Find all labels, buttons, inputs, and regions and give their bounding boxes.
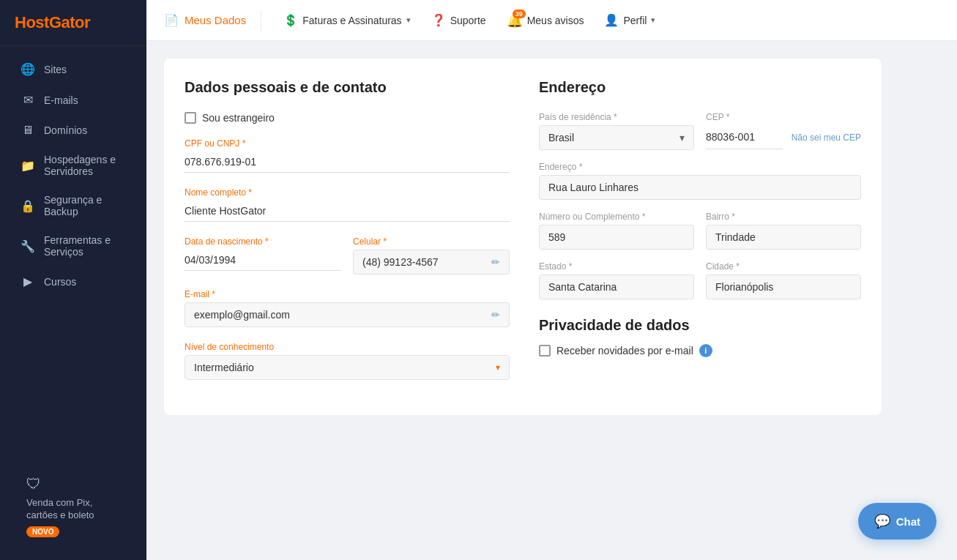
page-title-section: 📄 Meus Dados (164, 13, 246, 27)
sidebar-nav: 🌐 Sites ✉ E-mails 🖥 Domínios 📁 Hospedage… (0, 46, 146, 456)
country-label: País de residência * (539, 112, 694, 122)
address-fields: País de residência * Brasil ▾ CEP * 8803… (539, 112, 861, 299)
birth-phone-row: Data de nascimento * 04/03/1994 Celular … (185, 236, 510, 275)
chat-button[interactable]: 💬 Chat (858, 503, 936, 540)
brand-logo: HostGator (0, 0, 146, 46)
perfil-chevron: ▾ (651, 15, 655, 25)
sidebar-item-label: Hospedagens e Servidores (44, 154, 126, 177)
cidade-field: Cidade * Florianópolis (706, 261, 861, 299)
endereco-field: Endereço * Rua Lauro Linhares (539, 162, 861, 200)
country-field: País de residência * Brasil ▾ (539, 112, 694, 150)
personal-data-section: Dados pessoais e de contato Sou estrange… (185, 79, 510, 395)
perfil-icon: 👤 (604, 13, 619, 27)
sidebar-item-dominios[interactable]: 🖥 Domínios (6, 116, 141, 145)
nav-item-suporte[interactable]: ❓ Suporte (424, 9, 494, 31)
sidebar-item-sites[interactable]: 🌐 Sites (6, 54, 141, 84)
sidebar-item-pix[interactable]: 🛡 Venda com Pix, cartões e boleto NOVO (18, 468, 129, 545)
nivel-field: Nível de conhecimento Intermediário ▾ (185, 342, 510, 380)
server-icon: 📁 (21, 159, 35, 173)
notification-badge: 39 (513, 10, 526, 18)
nav-item-avisos[interactable]: 🔔 39 Meus avisos (499, 8, 592, 33)
newsletter-row: Receber novidades por e-mail i (539, 344, 861, 357)
pix-icon: 🛡 (26, 476, 41, 493)
chat-label: Chat (896, 515, 920, 528)
cep-link[interactable]: Não sei meu CEP (792, 132, 861, 143)
sidebar-item-label: Sites (44, 64, 67, 75)
numero-label: Número ou Complemento * (539, 212, 694, 222)
sidebar-item-hospedagens[interactable]: 📁 Hospedagens e Servidores (6, 146, 141, 185)
lock-icon: 🔒 (21, 199, 35, 213)
email-icon: ✉ (21, 93, 35, 107)
cep-label: CEP * (706, 112, 861, 122)
celular-edit-icon[interactable]: ✏ (491, 256, 500, 268)
play-icon: ▶ (21, 275, 35, 288)
cpf-value: 078.676.919-01 (185, 152, 510, 173)
bairro-label: Bairro * (706, 212, 861, 222)
faturas-icon: 💲 (283, 13, 298, 27)
celular-value: (48) 99123-4567 ✏ (353, 250, 510, 275)
sidebar-item-label: Cursos (44, 276, 76, 288)
sidebar-item-label: Segurança e Backup (44, 194, 126, 217)
nivel-select[interactable]: Intermediário ▾ (185, 355, 510, 380)
numero-field: Número ou Complemento * 589 (539, 212, 694, 250)
content-area: Dados pessoais e de contato Sou estrange… (146, 41, 957, 560)
foreign-checkbox[interactable] (185, 112, 196, 124)
country-cep-row: País de residência * Brasil ▾ CEP * 8803… (539, 112, 861, 150)
estado-value: Santa Catarina (539, 275, 694, 299)
page-title: Meus Dados (185, 14, 246, 26)
email-value: exemplo@gmail.com ✏ (185, 302, 510, 327)
suporte-label: Suporte (450, 15, 486, 26)
newsletter-checkbox[interactable] (539, 345, 551, 356)
card-layout: Dados pessoais e de contato Sou estrange… (185, 79, 861, 395)
avisos-label: Meus avisos (527, 15, 584, 26)
sidebar-item-cursos[interactable]: ▶ Cursos (6, 266, 141, 296)
address-section-title: Endereço (539, 79, 861, 96)
globe-icon: 🌐 (21, 62, 35, 76)
estado-label: Estado * (539, 261, 694, 272)
cep-row: 88036-001 Não sei meu CEP (706, 125, 861, 149)
cidade-value: Florianópolis (706, 275, 861, 299)
email-edit-icon[interactable]: ✏ (491, 309, 500, 321)
content-card: Dados pessoais e de contato Sou estrange… (164, 59, 882, 415)
country-select[interactable]: Brasil ▾ (539, 125, 694, 150)
cep-value: 88036-001 (706, 125, 783, 149)
page-icon: 📄 (164, 13, 179, 27)
country-chevron-icon: ▾ (679, 132, 685, 143)
country-value: Brasil (548, 132, 574, 143)
estado-field: Estado * Santa Catarina (539, 261, 694, 299)
endereco-value: Rua Lauro Linhares (539, 175, 861, 200)
numero-bairro-row: Número ou Complemento * 589 Bairro * Tri… (539, 212, 861, 250)
celular-label: Celular * (353, 236, 510, 247)
perfil-label: Perfil (623, 15, 647, 26)
cpf-label: CPF ou CNPJ * (185, 138, 510, 149)
nome-field: Nome completo * Cliente HostGator (185, 187, 510, 222)
sidebar-item-ferramentas[interactable]: 🔧 Ferramentas e Serviços (6, 226, 141, 266)
foreign-checkbox-row[interactable]: Sou estrangeiro (185, 112, 510, 124)
nascimento-value: 04/03/1994 (185, 250, 341, 271)
nivel-label: Nível de conhecimento (185, 342, 510, 352)
nav-item-faturas[interactable]: 💲 Faturas e Assinaturas ▾ (276, 9, 417, 31)
personal-section-title: Dados pessoais e de contato (185, 79, 510, 96)
bell-wrapper: 🔔 39 (507, 12, 523, 29)
bairro-value: Trindade (706, 225, 861, 250)
nav-item-perfil[interactable]: 👤 Perfil ▾ (597, 9, 663, 31)
sidebar-item-seguranca[interactable]: 🔒 Segurança e Backup (6, 186, 141, 225)
chat-icon: 💬 (874, 513, 890, 529)
pix-label: Venda com Pix, cartões e boleto (26, 497, 120, 522)
nivel-value: Intermediário (194, 362, 254, 373)
sidebar-pix-section[interactable]: 🛡 Venda com Pix, cartões e boleto NOVO (0, 456, 146, 560)
faturas-label: Faturas e Assinaturas (302, 15, 401, 26)
dominios-icon: 🖥 (21, 124, 35, 137)
privacy-section-title: Privacidade de dados (539, 317, 861, 334)
nascimento-label: Data de nascimento * (185, 236, 341, 247)
sidebar-item-label: Domínios (44, 124, 87, 136)
address-section: Endereço País de residência * Brasil ▾ (539, 79, 861, 395)
nascimento-field: Data de nascimento * 04/03/1994 (185, 236, 341, 275)
sidebar-item-emails[interactable]: ✉ E-mails (6, 85, 141, 115)
header-divider (261, 10, 261, 31)
numero-value: 589 (539, 225, 694, 250)
bairro-field: Bairro * Trindade (706, 212, 861, 250)
info-icon[interactable]: i (699, 344, 712, 357)
estado-cidade-row: Estado * Santa Catarina Cidade * Florian… (539, 261, 861, 299)
nivel-chevron-icon: ▾ (496, 362, 500, 373)
